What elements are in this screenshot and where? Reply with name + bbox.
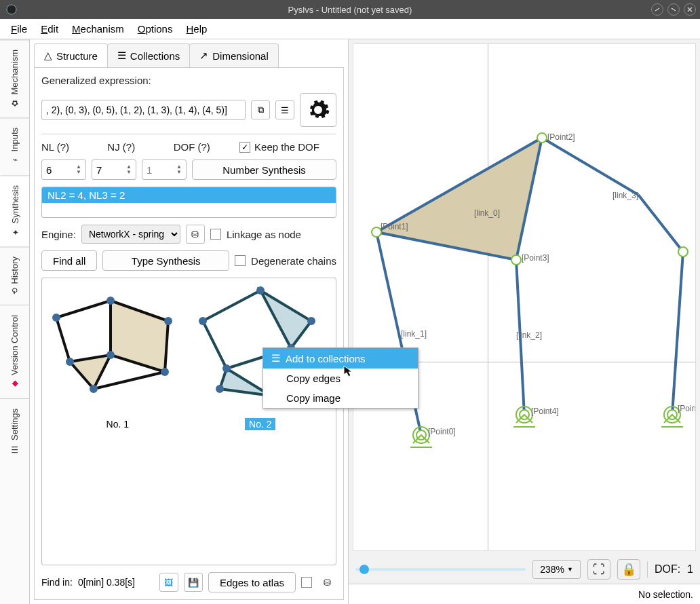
degenerate-label: Degenerate chains xyxy=(251,255,336,267)
engine-label: Engine: xyxy=(41,229,76,240)
svg-line-30 xyxy=(672,252,683,415)
label-p5: [Point5] xyxy=(678,404,696,413)
save-button[interactable]: 💾 xyxy=(184,573,203,592)
window-title: Pyslvs - Untitled (not yet saved) xyxy=(288,5,412,15)
picture-button[interactable]: 🖼 xyxy=(159,573,178,592)
results-grid[interactable]: No. 1 No. 2 xyxy=(41,278,336,565)
dof-spin[interactable]: 1▲▼ xyxy=(142,159,187,180)
status-text: No selection. xyxy=(638,589,693,600)
ctx-add-to-collections[interactable]: ☰Add to collections xyxy=(263,348,418,369)
engine-select[interactable]: NetworkX - spring xyxy=(81,225,180,244)
svg-point-0 xyxy=(7,5,16,14)
nl-spin[interactable]: 6▲▼ xyxy=(41,159,86,180)
result-2[interactable]: No. 2 xyxy=(191,284,331,559)
close-button[interactable] xyxy=(684,3,696,16)
label-p4: [Point4] xyxy=(531,407,559,416)
menu-file[interactable]: File xyxy=(5,21,33,37)
label-l3: [link_3] xyxy=(612,191,638,200)
canvas-slider[interactable] xyxy=(355,568,526,571)
nj-label: NJ (?) xyxy=(107,141,168,153)
svg-line-28 xyxy=(542,138,638,195)
svg-point-9 xyxy=(106,351,115,359)
vtab-mechanism[interactable]: ✿Mechanism xyxy=(0,39,29,117)
svg-point-11 xyxy=(66,358,74,366)
nl-label: NL (?) xyxy=(41,141,102,153)
vtab-inputs[interactable]: ⌁Inputs xyxy=(0,117,29,174)
svg-line-5 xyxy=(94,372,165,389)
tab-collections[interactable]: ☰Collections xyxy=(107,43,190,67)
keep-dof-checkbox[interactable]: ✓ xyxy=(239,142,250,153)
vtab-version-control[interactable]: ◆Version Control xyxy=(0,305,29,398)
ctx-copy-edges[interactable]: Copy edges xyxy=(263,369,418,388)
copy-expr-button[interactable]: ⧉ xyxy=(251,100,270,119)
svg-line-3 xyxy=(56,301,111,318)
label-l2: [link_2] xyxy=(516,331,542,340)
minimize-button[interactable] xyxy=(651,3,663,16)
stack-expr-button[interactable]: ☰ xyxy=(275,100,294,119)
engine-db-button[interactable]: ⛁ xyxy=(186,225,205,244)
degenerate-check[interactable] xyxy=(235,255,246,266)
svg-point-7 xyxy=(164,317,172,325)
menu-mechanism[interactable]: Mechanism xyxy=(66,21,130,37)
menu-edit[interactable]: Edit xyxy=(35,21,64,37)
svg-marker-1 xyxy=(111,301,168,372)
svg-point-12 xyxy=(52,314,60,322)
atlas-check[interactable] xyxy=(301,577,312,588)
menu-options[interactable]: Options xyxy=(132,21,178,37)
dof-label: DOF (?) xyxy=(174,141,234,153)
svg-point-34 xyxy=(372,227,381,237)
assortment-list[interactable]: NL2 = 4, NL3 = 2 xyxy=(41,187,336,218)
nj-spin[interactable]: 7▲▼ xyxy=(92,159,136,180)
result-1[interactable]: No. 1 xyxy=(47,284,188,559)
fit-button[interactable]: ⛶ xyxy=(587,559,610,580)
main-canvas[interactable]: [Point1] [Point2] [Point3] [Point0] [Poi… xyxy=(353,43,696,551)
svg-point-35 xyxy=(537,133,547,143)
tab-structure[interactable]: △Structure xyxy=(34,43,108,67)
expr-input[interactable] xyxy=(41,100,246,120)
gear-icon xyxy=(306,98,330,122)
vtab-settings[interactable]: ☰Settings xyxy=(0,398,29,464)
svg-point-23 xyxy=(199,317,207,325)
dof-label-status: DOF: xyxy=(655,563,680,575)
svg-line-15 xyxy=(203,290,260,321)
zoom-select[interactable]: 238%▼ xyxy=(532,560,581,579)
gear-button[interactable] xyxy=(300,93,336,127)
find-in-value: 0[min] 0.38[s] xyxy=(78,577,135,588)
svg-marker-2 xyxy=(70,355,111,389)
label-p1: [Point1] xyxy=(381,222,408,231)
label-l1: [link_1] xyxy=(401,329,427,339)
expr-label: Generalized expression: xyxy=(41,75,336,86)
lock-button[interactable]: 🔒 xyxy=(617,559,640,580)
ctx-copy-image[interactable]: Copy image xyxy=(263,388,418,408)
result-2-label: No. 2 xyxy=(245,418,275,430)
label-p2: [Point2] xyxy=(547,132,575,142)
keep-dof-label: Keep the DOF xyxy=(254,141,319,153)
vtab-synthesis[interactable]: ✦Synthesis xyxy=(0,175,29,246)
canvas-svg xyxy=(353,44,695,550)
svg-marker-13 xyxy=(260,290,311,348)
linkage-as-node-check[interactable] xyxy=(210,229,221,240)
type-synthesis-button[interactable]: Type Synthesis xyxy=(102,250,229,271)
svg-point-24 xyxy=(222,364,231,373)
number-synthesis-button[interactable]: Number Synthesis xyxy=(192,159,336,180)
svg-point-20 xyxy=(256,286,265,295)
svg-point-36 xyxy=(511,255,521,265)
svg-point-8 xyxy=(161,368,169,376)
maximize-button[interactable] xyxy=(667,3,680,16)
structure-icon: △ xyxy=(44,50,52,62)
label-l0: [link_0] xyxy=(474,208,500,218)
dof-value-status: 1 xyxy=(687,563,693,575)
tab-dimensional[interactable]: ↗Dimensional xyxy=(189,43,279,67)
collections-icon: ☰ xyxy=(117,50,126,62)
find-all-button[interactable]: Find all xyxy=(41,250,97,271)
db-icon-button[interactable]: ⛁ xyxy=(317,573,336,592)
vtab-history[interactable]: ⟲History xyxy=(0,246,29,304)
result-1-label: No. 1 xyxy=(102,418,133,430)
app-icon xyxy=(5,3,18,16)
collections-icon: ☰ xyxy=(271,352,280,364)
edges-to-atlas-button[interactable]: Edges to atlas xyxy=(208,572,296,592)
assortment-row[interactable]: NL2 = 4, NL3 = 2 xyxy=(42,187,336,203)
linkage-as-node-label: Linkage as node xyxy=(227,229,301,240)
svg-marker-27 xyxy=(376,138,542,260)
menu-help[interactable]: Help xyxy=(180,21,212,37)
